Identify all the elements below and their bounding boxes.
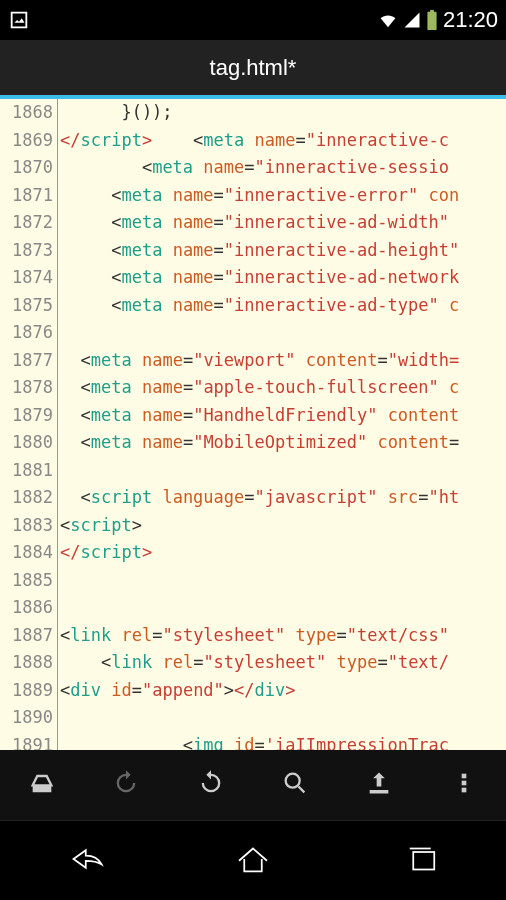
app-toolbar [0,750,506,820]
svg-rect-5 [461,788,466,793]
wifi-icon [377,9,399,31]
title-bar: tag.html* [0,40,506,95]
svg-rect-3 [461,774,466,779]
upload-button[interactable] [365,769,393,801]
picture-icon [8,9,30,31]
signal-icon [403,11,421,29]
code-editor[interactable]: 1868186918701871187218731874187518761877… [0,95,506,750]
svg-rect-4 [461,781,466,786]
clock: 21:20 [443,7,498,33]
storage-button[interactable] [28,769,56,801]
undo-button[interactable] [112,769,140,801]
home-button[interactable] [232,838,274,884]
status-left [8,9,30,31]
svg-rect-0 [427,12,436,30]
svg-point-2 [286,774,300,788]
menu-button[interactable] [450,769,478,801]
line-number-gutter: 1868186918701871187218731874187518761877… [0,99,58,750]
svg-rect-6 [413,852,434,870]
code-content[interactable]: }());</script> <meta name="inneractive-c… [58,99,506,750]
status-bar: 21:20 [0,0,506,40]
battery-icon [425,9,439,31]
svg-rect-1 [430,10,434,13]
recent-button[interactable] [401,838,443,884]
status-right: 21:20 [377,7,498,33]
redo-button[interactable] [197,769,225,801]
android-nav-bar [0,820,506,900]
back-button[interactable] [63,838,105,884]
document-title: tag.html* [210,55,297,81]
search-button[interactable] [281,769,309,801]
